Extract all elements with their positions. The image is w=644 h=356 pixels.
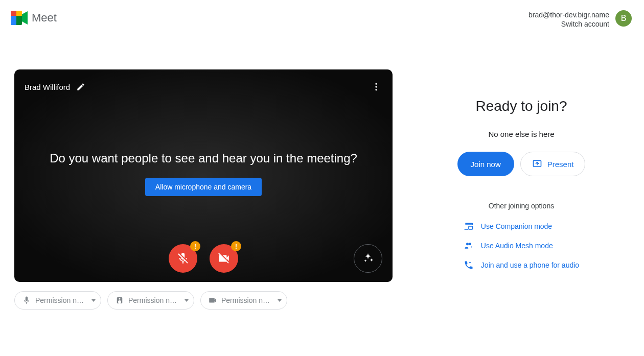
chevron-down-icon xyxy=(278,299,282,302)
phone-label: Join and use a phone for audio xyxy=(481,261,579,269)
other-options-heading: Other joining options xyxy=(489,202,554,210)
svg-point-5 xyxy=(375,83,377,85)
more-options-icon[interactable] xyxy=(370,81,382,93)
svg-rect-3 xyxy=(11,11,16,16)
camera-toggle-button[interactable]: ! xyxy=(210,244,238,273)
edit-name-icon[interactable] xyxy=(76,82,85,91)
phone-audio-link[interactable]: Join and use a phone for audio xyxy=(464,260,579,270)
svg-point-7 xyxy=(375,89,377,91)
brand[interactable]: Meet xyxy=(10,10,57,26)
speaker-device-select[interactable]: Permission ne… xyxy=(107,291,194,310)
camera-device-label: Permission ne… xyxy=(221,296,273,304)
svg-point-6 xyxy=(375,86,377,88)
speaker-icon xyxy=(115,296,124,305)
present-label: Present xyxy=(547,160,574,169)
account-area: brad@thor-dev.bigr.name Switch account B xyxy=(528,10,632,29)
chevron-down-icon xyxy=(91,299,96,302)
svg-marker-4 xyxy=(22,11,28,25)
switch-account-link[interactable]: Switch account xyxy=(528,19,609,29)
join-now-button[interactable]: Join now xyxy=(457,152,514,176)
allow-mic-camera-button[interactable]: Allow microphone and camera xyxy=(145,178,262,196)
self-name-row: Brad Williford xyxy=(25,82,85,91)
mic-device-select[interactable]: Permission ne… xyxy=(14,291,101,310)
mic-device-label: Permission ne… xyxy=(35,296,87,304)
account-email: brad@thor-dev.bigr.name xyxy=(528,10,609,19)
mic-warning-badge: ! xyxy=(190,241,200,251)
camera-device-select[interactable]: Permission ne… xyxy=(200,291,287,310)
permission-prompt: Do you want people to see and hear you i… xyxy=(50,151,357,165)
devices-icon xyxy=(464,221,474,231)
self-name: Brad Williford xyxy=(25,83,70,91)
group-audio-icon xyxy=(464,241,474,251)
presence-text: No one else is here xyxy=(488,130,554,138)
ready-heading: Ready to join? xyxy=(475,98,567,114)
phone-icon xyxy=(464,260,474,270)
chevron-down-icon xyxy=(185,299,189,302)
app-header: Meet brad@thor-dev.bigr.name Switch acco… xyxy=(0,0,644,29)
meet-logo-icon xyxy=(10,10,29,26)
speaker-device-label: Permission ne… xyxy=(128,296,180,304)
sparkle-icon xyxy=(362,252,374,265)
present-icon xyxy=(532,159,542,169)
present-button[interactable]: Present xyxy=(520,152,586,176)
audiomesh-label: Use Audio Mesh mode xyxy=(481,242,553,250)
visual-effects-button[interactable] xyxy=(354,244,382,273)
mic-off-icon xyxy=(176,252,190,265)
mic-toggle-button[interactable]: ! xyxy=(169,244,197,273)
companion-mode-link[interactable]: Use Companion mode xyxy=(464,221,552,231)
avatar[interactable]: B xyxy=(615,10,632,27)
brand-name: Meet xyxy=(32,11,57,25)
video-preview: Brad Williford Do you want people to see… xyxy=(14,69,393,282)
camera-warning-badge: ! xyxy=(231,241,241,251)
camera-off-icon xyxy=(217,252,231,265)
audio-mesh-link[interactable]: Use Audio Mesh mode xyxy=(464,241,553,251)
device-selectors: Permission ne… Permission ne… Permission… xyxy=(14,291,393,310)
camera-icon xyxy=(208,296,217,305)
join-panel: Ready to join? No one else is here Join … xyxy=(413,69,630,310)
mic-icon xyxy=(22,296,31,305)
companion-label: Use Companion mode xyxy=(481,222,552,230)
